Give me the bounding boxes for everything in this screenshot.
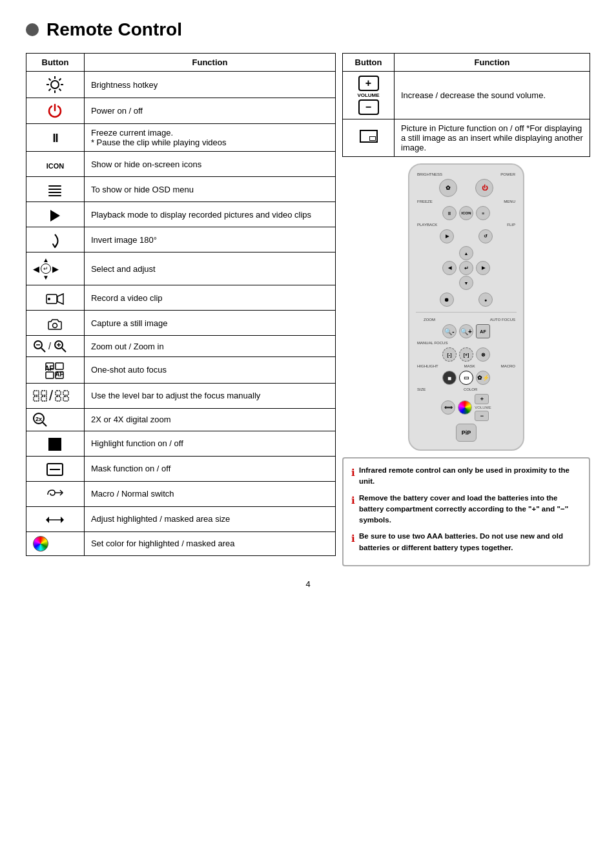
left-btn-cell: 2x: [26, 408, 85, 431]
left-func-cell: Power on / off: [84, 98, 335, 124]
remote-zoom-in-btn[interactable]: 🔍+: [459, 324, 473, 338]
remote-macro-btn[interactable]: ✿⚡: [476, 371, 490, 385]
left-btn-cell: [26, 531, 85, 555]
remote-snap-btn[interactable]: ●: [478, 293, 493, 307]
remote-row-pip: PiP: [456, 424, 477, 442]
remote-row-mf: [-] [+] ⊗: [442, 347, 490, 362]
main-layout: Button Function Brightness hotkeyPower o…: [26, 53, 590, 566]
remote-pip-btn[interactable]: PiP: [456, 424, 477, 442]
remote-icon-btn[interactable]: ICON: [459, 206, 473, 220]
remote-row-rs: ⏺ ●: [440, 293, 493, 307]
remote-row-fim: II ICON ≡: [442, 206, 490, 220]
left-func-cell: Zoom out / Zoom in: [84, 336, 335, 357]
svg-rect-38: [63, 397, 68, 401]
svg-text:AF: AF: [56, 371, 64, 378]
left-table-row: / Zoom out / Zoom in: [26, 336, 336, 357]
left-func-cell: Macro / Normal switch: [84, 481, 335, 506]
svg-rect-31: [34, 391, 39, 395]
left-table-row: Adjust highlighted / masked area size: [26, 506, 336, 531]
remote-label-hmm: HIGHLIGHT MASK MACRO: [416, 364, 517, 368]
left-func-cell: Select and adjust: [84, 252, 335, 285]
svg-rect-42: [48, 438, 61, 451]
left-btn-cell: AFAF: [26, 357, 85, 383]
remote-row-pf: ▶ ↺: [440, 229, 493, 243]
svg-rect-12: [48, 195, 61, 196]
left-table-row: Playback mode to display recorded pictur…: [26, 202, 336, 227]
left-table-row: Capture a still image: [26, 311, 336, 336]
remote-zoom-out-btn[interactable]: 🔍-: [442, 324, 457, 338]
remote-size-btn[interactable]: ⟺: [441, 400, 455, 415]
remote-menu-btn[interactable]: ≡: [476, 206, 490, 220]
remote-playback-btn[interactable]: ▶: [440, 229, 454, 243]
right-table: Button Function + VOLUME − Increase / de…: [342, 53, 590, 157]
svg-marker-47: [61, 517, 64, 523]
remote-zoom2x-btn[interactable]: ⊗: [476, 347, 490, 362]
left-btn-cell: [26, 98, 85, 124]
remote-flip-btn[interactable]: ↺: [478, 229, 493, 243]
remote-record-btn[interactable]: ⏺: [440, 293, 454, 307]
left-func-cell: Playback mode to display recorded pictur…: [84, 202, 335, 227]
remote-row-hmm: ■ ▭ ✿⚡: [442, 371, 490, 385]
svg-marker-15: [57, 294, 63, 304]
remote-focus-far-btn[interactable]: [+]: [459, 347, 473, 362]
left-header-button: Button: [26, 54, 85, 72]
remote-freeze-btn[interactable]: II: [442, 206, 457, 220]
remote-down-btn[interactable]: ▼: [459, 276, 473, 290]
svg-text:2x: 2x: [36, 416, 42, 422]
left-func-cell: Use the level bar to adjust the focus ma…: [84, 383, 335, 408]
remote-vol-minus-btn[interactable]: −: [475, 411, 489, 421]
left-func-cell: Show or hide on-screen icons: [84, 152, 335, 177]
remote-enter-btn[interactable]: ↵: [459, 261, 473, 275]
remote-label-row2: FREEZE MENU: [416, 200, 517, 203]
remote-vol-plus-btn[interactable]: +: [475, 394, 489, 404]
remote-highlight-btn[interactable]: ■: [442, 371, 457, 385]
svg-text:AF: AF: [45, 365, 54, 372]
right-side: Button Function + VOLUME − Increase / de…: [336, 53, 590, 566]
note-3: ℹ Be sure to use two AAA batteries. Do n…: [351, 531, 581, 553]
note-2: ℹ Remove the battery cover and load the …: [351, 493, 581, 526]
svg-rect-26: [46, 372, 54, 378]
left-table-row: ◀ ▲ ↵ ▼ ▶ Select and adjust: [26, 252, 336, 285]
svg-line-19: [41, 348, 45, 352]
page-title: Remote Control: [46, 19, 182, 40]
svg-rect-37: [63, 391, 68, 395]
left-table-row: Highlight function on / off: [26, 431, 336, 456]
left-table-row: Set color for highlighted / masked area: [26, 531, 336, 555]
left-table-row: Brightness hotkey: [26, 72, 336, 98]
left-btn-cell: [26, 202, 85, 227]
left-table-row: Invert image 180°: [26, 227, 336, 252]
note-icon-1: ℹ: [351, 466, 355, 480]
left-btn-cell: ICON: [26, 152, 85, 177]
remote-brightness-btn[interactable]: ✿: [439, 179, 457, 197]
remote-color-btn[interactable]: [458, 400, 472, 415]
svg-rect-36: [56, 397, 61, 401]
left-btn-cell: [26, 227, 85, 252]
remote-focus-near-btn[interactable]: [-]: [442, 347, 457, 362]
left-btn-cell: [26, 72, 85, 98]
remote-mask-btn[interactable]: ▭: [459, 371, 473, 385]
left-table-row: / Use the level bar to adjust the focus …: [26, 383, 336, 408]
svg-rect-10: [48, 189, 61, 190]
svg-line-40: [43, 422, 46, 426]
svg-point-17: [53, 323, 57, 327]
left-btn-cell: [26, 311, 85, 336]
left-func-cell: To show or hide OSD menu: [84, 177, 335, 202]
remote-left-btn[interactable]: ◀: [442, 261, 457, 275]
note-icon-3: ℹ: [351, 531, 355, 546]
remote-right-btn[interactable]: ▶: [476, 261, 490, 275]
svg-marker-45: [46, 517, 49, 523]
remote-up-btn[interactable]: ▲: [459, 246, 473, 260]
left-btn-cell: [26, 456, 85, 481]
remote-power-btn[interactable]: ⏻: [475, 179, 493, 197]
remote-label-zoom: ZOOM AUTO FOCUS: [416, 318, 517, 322]
left-btn-cell: /: [26, 383, 85, 408]
svg-line-7: [59, 79, 61, 81]
left-btn-cell: /: [26, 336, 85, 357]
left-table-row: ICONShow or hide on-screen icons: [26, 152, 336, 177]
left-table-row: IIFreeze current image.* Pause the clip …: [26, 124, 336, 152]
left-table-row: To show or hide OSD menu: [26, 177, 336, 202]
note-text-2: Remove the battery cover and load the ba…: [359, 493, 581, 526]
left-table-row: AFAFOne-shot auto focus: [26, 357, 336, 383]
left-table-row: Macro / Normal switch: [26, 481, 336, 506]
remote-af-btn[interactable]: AF: [476, 324, 490, 338]
